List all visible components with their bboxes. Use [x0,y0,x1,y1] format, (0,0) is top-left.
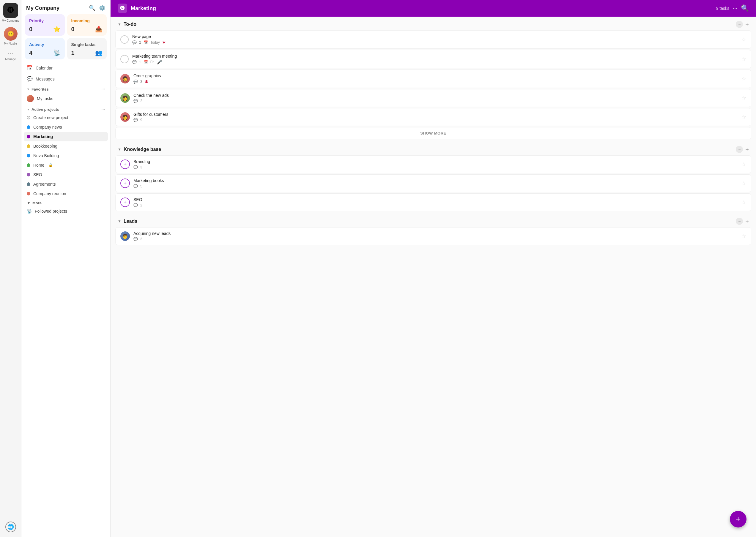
single-tasks-label: Single tasks [71,42,103,47]
task-item-acquiring-leads: 👨 Acquiring new leads 💬 3 ☆ [115,227,751,245]
search-icon[interactable]: 🔍 [89,5,95,11]
marketing-meeting-checkbox[interactable] [120,55,129,63]
new-page-checkbox[interactable] [120,35,129,44]
sidebar-item-followed-projects[interactable]: 📡 Followed projects [22,206,110,216]
acquiring-leads-star-button[interactable]: ☆ [741,233,746,239]
company-reunion-label: Company reunion [33,191,66,196]
calendar-icon: 📅 [27,65,33,71]
marketing-books-add-button[interactable]: + [120,179,130,188]
order-graphics-comments-icon: 💬 [133,80,138,84]
company-news-label: Company news [33,125,62,130]
sidebar-item-nova-building[interactable]: Nova Building [24,151,108,160]
new-page-star-button[interactable]: ☆ [741,36,746,43]
marketing-meeting-star-button[interactable]: ☆ [741,56,746,62]
seo-dot [27,173,30,177]
app-logo[interactable]: 🅝 [3,3,18,18]
nav-item-messages[interactable]: 💬 Messages [24,73,108,84]
favorites-section-header[interactable]: ▼ Favorites ··· [22,84,110,93]
new-page-priority-icon: ✱ [162,40,166,45]
manage-label: Manage [5,58,16,61]
marketing-meeting-comment-count: 1 [139,60,141,64]
seo-knowledge-add-button[interactable]: + [120,197,130,207]
task-item-branding: + Branding 💬 3 ☆ [115,155,751,173]
activity-label: Activity [29,42,61,47]
priority-label: Priority [29,19,61,23]
sidebar-item-bookkeeping[interactable]: Bookkeeping [24,142,108,151]
leads-section-title: Leads [124,219,734,224]
active-projects-chevron: ▼ [27,108,30,111]
favorites-more-icon[interactable]: ··· [101,87,105,92]
knowledge-base-chevron-icon[interactable]: ▼ [118,147,121,151]
sidebar-item-agreements[interactable]: Agreements [24,180,108,189]
nova-building-label: Nova Building [33,153,59,158]
order-graphics-star-button[interactable]: ☆ [741,75,746,82]
single-tasks-count: 1 [71,50,74,57]
sidebar-item-company-news[interactable]: Company news [24,122,108,132]
priority-card[interactable]: Priority 0 ⭐ [25,14,65,36]
leads-add-button[interactable]: + [745,218,749,225]
user-avatar[interactable]: 🙂 [4,27,18,41]
leads-chevron-icon[interactable]: ▼ [118,219,121,223]
main-header-title: Marketing [131,5,713,12]
incoming-card[interactable]: Incoming 0 📥 [67,14,107,36]
main-content: 🅝 Marketing 9 tasks ··· 🔍 ▼ To-do ··· + … [111,0,756,537]
new-page-comment-count: 2 [139,40,141,45]
marketing-meeting-mic-icon: 🎤 [157,60,162,64]
globe-button[interactable]: 🌐 [5,521,16,532]
order-graphics-title: Order graphics [133,73,738,78]
acquiring-leads-comments-icon: 💬 [133,237,138,241]
new-page-comments-icon: 💬 [132,40,137,45]
check-ads-avatar: 👩 [120,93,130,103]
marketing-books-comments-icon: 💬 [133,184,138,188]
seo-knowledge-title: SEO [133,197,738,202]
more-section-header[interactable]: ▼ More [22,198,110,206]
single-tasks-card[interactable]: Single tasks 1 👥 [67,38,107,60]
favorites-label: Favorites [31,87,49,92]
nav-item-calendar[interactable]: 📅 Calendar [24,62,108,73]
main-header-search-icon[interactable]: 🔍 [741,4,749,12]
bookkeeping-label: Bookkeeping [33,144,57,148]
active-projects-section-header[interactable]: ▼ Active projects ··· [22,104,110,113]
sidebar-item-home[interactable]: Home 🔒 [24,160,108,170]
check-ads-title: Check the new ads [133,93,738,98]
todo-section-add-button[interactable]: + [745,21,749,28]
task-item-check-ads: 👩 Check the new ads 💬 2 ☆ [115,89,751,107]
fab-add-button[interactable]: + [730,511,746,527]
task-area: ▼ To-do ··· + New page 💬 2 📅 Today ✱ [111,17,756,537]
seo-knowledge-star-button[interactable]: ☆ [741,199,746,206]
more-chevron: ▼ [27,201,31,205]
activity-card[interactable]: Activity 4 📡 [25,38,65,60]
leads-section: ▼ Leads ··· + 👨 Acquiring new leads 💬 3 … [115,214,751,245]
marketing-books-star-button[interactable]: ☆ [741,180,746,186]
task-item-seo-knowledge: + SEO 💬 2 ☆ [115,193,751,211]
marketing-books-comment-count: 5 [140,184,142,188]
sidebar-item-seo[interactable]: SEO [24,170,108,180]
branding-star-button[interactable]: ☆ [741,161,746,168]
todo-section-dots-button[interactable]: ··· [736,21,743,28]
marketing-meeting-title: Marketing team meeting [132,54,738,59]
active-projects-more-icon[interactable]: ··· [101,107,105,112]
manage-button[interactable]: ⋯ Manage [5,50,16,61]
priority-star-icon: ⭐ [53,25,61,33]
branding-title: Branding [133,159,738,164]
settings-icon[interactable]: ⚙️ [99,5,106,11]
branding-add-button[interactable]: + [120,159,130,169]
task-item-marketing-books: + Marketing books 💬 5 ☆ [115,174,751,192]
priority-count: 0 [29,26,32,33]
main-header-ellipsis-icon[interactable]: ··· [733,5,737,12]
new-page-date: Today [150,40,160,45]
sidebar-item-company-reunion[interactable]: Company reunion [24,189,108,198]
main-header: 🅝 Marketing 9 tasks ··· 🔍 [111,0,756,17]
todo-chevron-icon[interactable]: ▼ [118,22,121,26]
show-more-button[interactable]: SHOW MORE [115,127,751,139]
check-ads-star-button[interactable]: ☆ [741,95,746,101]
knowledge-base-dots-button[interactable]: ··· [736,146,743,153]
knowledge-base-add-button[interactable]: + [745,146,749,153]
sidebar-item-create-new-project[interactable]: + Create new project [24,113,108,122]
leads-dots-button[interactable]: ··· [736,218,743,225]
sidebar-header: My Company 🔍 ⚙️ [22,0,110,14]
sidebar-item-my-tasks[interactable]: My tasks [24,93,108,104]
sidebar-item-marketing[interactable]: Marketing [24,132,108,142]
leads-section-header: ▼ Leads ··· + [115,214,751,227]
gifts-customers-star-button[interactable]: ☆ [741,114,746,120]
